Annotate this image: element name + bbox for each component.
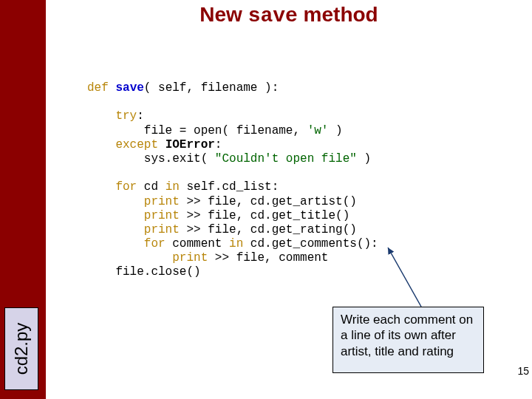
arrow-icon: [384, 244, 473, 310]
code-for-var: cd: [137, 180, 165, 194]
kw-for2: for: [144, 237, 166, 250]
str-w: 'w': [307, 124, 329, 137]
code-sig: ( self, filename ):: [144, 81, 279, 95]
kw-print1: print: [144, 195, 180, 208]
svg-line-0: [388, 248, 421, 307]
code-for2-var: comment: [166, 237, 229, 250]
title-mono: save: [248, 4, 298, 27]
code-for-rest: self.cd_list:: [180, 180, 279, 194]
err-io: IOError: [166, 138, 215, 151]
kw-print3: print: [144, 223, 180, 236]
kw-print2: print: [144, 209, 180, 222]
code-print3: >> file, cd.get_rating(): [180, 223, 357, 236]
kw-def: def: [87, 81, 109, 95]
file-label-box: cd2.py: [4, 307, 38, 390]
page-number: 15: [517, 365, 529, 377]
code-print2: >> file, cd.get_title(): [180, 209, 349, 222]
code-open-b: ): [328, 124, 342, 137]
title-pre: New: [200, 3, 248, 26]
code-print1: >> file, cd.get_artist(): [180, 195, 357, 208]
code-open-a: file = open( filename,: [144, 124, 307, 137]
kw-for1: for: [115, 180, 137, 194]
annotation-text: Write each comment on a line of its own …: [341, 313, 473, 358]
slide-title: New save method: [46, 3, 532, 27]
kw-except: except: [115, 138, 158, 151]
kw-in2: in: [229, 237, 243, 250]
kw-try: try: [115, 109, 137, 123]
annotation-box: Write each comment on a line of its own …: [332, 307, 484, 373]
kw-in1: in: [166, 180, 180, 194]
file-label-text: cd2.py: [11, 323, 32, 375]
code-close: file.close(): [115, 265, 200, 279]
code-sysexit-b: ): [357, 152, 371, 166]
code-block: def save( self, filename ): try: file = …: [87, 81, 378, 280]
title-post: method: [298, 3, 378, 26]
kw-print4: print: [172, 251, 208, 265]
code-print4: >> file, comment: [208, 251, 328, 265]
code-for2-rest: cd.get_comments():: [243, 237, 378, 250]
str-err: "Couldn't open file": [215, 152, 357, 166]
code-sysexit-a: sys.exit(: [144, 152, 215, 166]
fn-save: save: [115, 81, 143, 95]
